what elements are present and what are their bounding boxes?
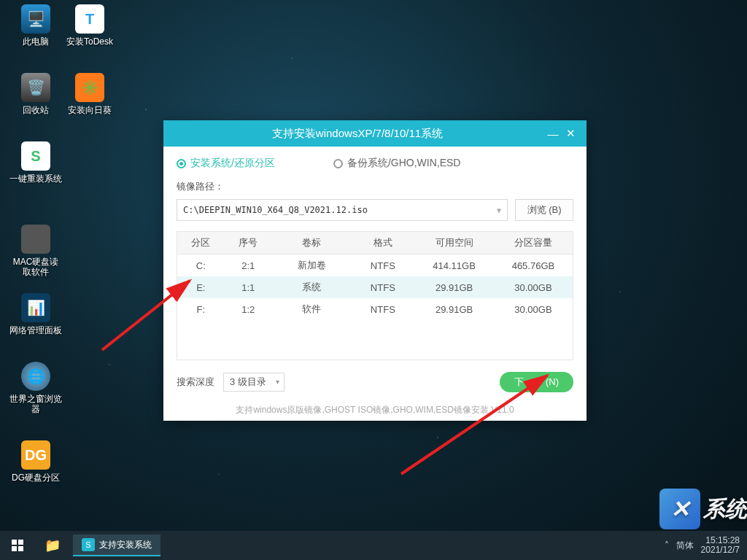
clock[interactable]: 15:15:28 2021/12/7	[701, 536, 740, 555]
desktop-icon-todesk[interactable]: T 安装ToDesk	[63, 4, 117, 47]
sunflower-icon: ✳️	[75, 73, 104, 102]
close-button[interactable]: ✕	[562, 125, 579, 142]
radio-label: 备份系统/GHO,WIN,ESD	[347, 157, 461, 170]
mode-radios: 安装系统/还原分区 备份系统/GHO,WIN,ESD	[177, 157, 573, 170]
ime-indicator[interactable]: 简体	[676, 540, 694, 552]
dialog-footer: 搜索深度 3 级目录 下一步 (N)	[177, 372, 573, 392]
radio-label: 安装系统/还原分区	[190, 157, 275, 170]
app-icon: S	[82, 538, 95, 551]
taskbar: 📁 S 支持安装系统 ˄ 简体 15:15:28 2021/12/7	[0, 531, 747, 560]
reinstall-icon: S	[21, 141, 50, 171]
col-partition: 分区	[177, 232, 225, 254]
table-row-selected[interactable]: E: 1:1 系统 NTFS 29.91GB 30.00GB	[177, 276, 573, 298]
desktop-icon-label: 世界之窗浏览器	[9, 394, 63, 414]
desktop-icon-label: 此电脑	[9, 36, 63, 47]
desktop-icon-network-panel[interactable]: 📊 网络管理面板	[9, 293, 63, 335]
svg-rect-2	[12, 540, 17, 545]
search-depth-select[interactable]: 3 级目录	[223, 373, 285, 392]
install-dialog: 支持安装windowsXP/7/8/10/11系统 — ✕ 安装系统/还原分区 …	[163, 120, 587, 421]
radio-dot-icon	[177, 159, 186, 168]
desktop-icon-label: DG硬盘分区	[9, 472, 63, 483]
col-format: 格式	[351, 232, 414, 254]
taskbar-app-label: 支持安装系统	[99, 539, 152, 551]
browse-button[interactable]: 浏览 (B)	[515, 199, 573, 221]
desktop-icon-label: 安装向日葵	[63, 105, 117, 115]
bars-icon: 📊	[21, 293, 50, 322]
radio-dot-icon	[333, 159, 343, 168]
windows-icon	[12, 540, 23, 551]
desktop-icon-label: 一键重装系统	[9, 174, 63, 184]
partition-table: 分区 序号 卷标 格式 可用空间 分区容量 C: 2:1 新加卷 NTFS 41…	[177, 231, 573, 360]
titlebar[interactable]: 支持安装windowsXP/7/8/10/11系统 — ✕	[163, 120, 587, 147]
globe-icon: 🌐	[21, 362, 50, 391]
search-depth-value: 3 级目录	[230, 376, 266, 389]
start-button[interactable]	[0, 531, 35, 560]
col-capacity: 分区容量	[494, 232, 573, 254]
desktop-icon-this-pc[interactable]: 🖥️ 此电脑	[9, 4, 63, 47]
apple-icon	[21, 225, 50, 254]
table-row[interactable]: C: 2:1 新加卷 NTFS 414.11GB 465.76GB	[177, 254, 573, 277]
trash-icon: 🗑️	[21, 73, 50, 102]
chevron-down-icon: ▼	[497, 206, 501, 214]
todesk-icon: T	[75, 4, 104, 34]
desktop-icon-mac-disk[interactable]: MAC硬盘读取软件	[9, 225, 63, 277]
svg-rect-5	[18, 546, 23, 551]
explorer-button[interactable]: 📁	[35, 531, 70, 560]
image-path-value: C:\DEEPIN_WIN10_X64_Q8_V2021.12.iso	[183, 205, 368, 215]
desktop-icon-world-browser[interactable]: 🌐 世界之窗浏览器	[9, 362, 63, 414]
search-depth-label: 搜索深度	[177, 376, 214, 389]
table-row[interactable]: F: 1:2 软件 NTFS 29.91GB 30.00GB	[177, 298, 573, 320]
desktop-icon-dg-disk[interactable]: DG DG硬盘分区	[9, 440, 63, 483]
desktop-icon-label: 网络管理面板	[9, 325, 63, 335]
taskbar-app-install[interactable]: S 支持安装系统	[73, 534, 160, 556]
radio-install-restore[interactable]: 安装系统/还原分区	[177, 157, 275, 170]
disk-icon: DG	[21, 440, 50, 470]
desktop-icon-recycle[interactable]: 🗑️ 回收站	[9, 73, 63, 115]
svg-rect-3	[18, 540, 23, 545]
desktop-icon-reinstall[interactable]: S 一键重装系统	[9, 141, 63, 184]
radio-backup[interactable]: 备份系统/GHO,WIN,ESD	[333, 157, 461, 170]
col-volume: 卷标	[272, 232, 352, 254]
svg-rect-4	[12, 546, 17, 551]
table-empty-area	[177, 320, 573, 359]
system-tray: ˄ 简体 15:15:28 2021/12/7	[665, 536, 747, 555]
folder-icon: 📁	[44, 537, 61, 553]
tray-chevron-up-icon[interactable]: ˄	[665, 540, 669, 551]
desktop-icon-label: 回收站	[9, 105, 63, 115]
desktop-icon-label: 安装ToDesk	[63, 36, 117, 47]
hint-text: 支持windows原版镜像,GHOST ISO镜像,GHO,WIM,ESD镜像安…	[177, 404, 573, 416]
col-free: 可用空间	[414, 232, 494, 254]
col-index: 序号	[225, 232, 272, 254]
desktop-icon-sunflower[interactable]: ✳️ 安装向日葵	[63, 73, 117, 115]
desktop-icon-label: MAC硬盘读取软件	[9, 257, 63, 277]
dialog-title: 支持安装windowsXP/7/8/10/11系统	[171, 127, 544, 141]
clock-date: 2021/12/7	[701, 545, 740, 555]
image-path-label: 镜像路径：	[177, 180, 573, 193]
minimize-button[interactable]: —	[544, 125, 562, 142]
image-path-combo[interactable]: C:\DEEPIN_WIN10_X64_Q8_V2021.12.iso ▼	[177, 199, 508, 221]
next-button[interactable]: 下一步 (N)	[500, 372, 573, 392]
dialog-body: 安装系统/还原分区 备份系统/GHO,WIN,ESD 镜像路径： C:\DEEP…	[163, 147, 587, 425]
monitor-icon: 🖥️	[21, 4, 50, 34]
